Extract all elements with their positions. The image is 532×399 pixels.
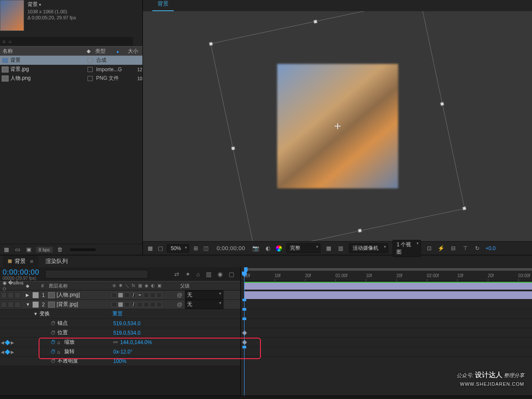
draft-3d-icon[interactable]: ✦ <box>185 271 190 278</box>
layer-name[interactable]: [人物.png] <box>57 291 112 299</box>
grid-icon[interactable]: ▦ <box>325 245 332 252</box>
parent-column[interactable]: 父级 <box>177 283 228 289</box>
property-value[interactable]: 100% <box>113 358 127 364</box>
motion-blur-icon[interactable]: ◉ <box>218 271 223 278</box>
handle-left-mid[interactable] <box>231 146 235 150</box>
project-search-input[interactable] <box>9 39 129 44</box>
keyframe-nav[interactable]: ◀▶ <box>0 338 14 347</box>
keyframe-marker[interactable] <box>242 340 247 345</box>
index-column[interactable]: # <box>38 283 47 288</box>
item-name[interactable]: 背景 <box>10 57 86 64</box>
property-value[interactable]: 519.0,534.0 <box>113 320 140 326</box>
zoom-dropdown[interactable]: 50% <box>167 244 189 253</box>
timeline-tracks[interactable]: 00f10f20f01:00f10f20f02:00f10f20f03:00f … <box>240 267 532 396</box>
layer-duration-bar[interactable] <box>244 282 532 290</box>
roi-icon[interactable]: ◫ <box>202 245 210 252</box>
col-name[interactable]: 名称 <box>0 48 84 55</box>
solo-toggle[interactable] <box>15 292 21 298</box>
quality-dropdown[interactable]: 完整 <box>286 243 320 253</box>
toggle-mask-icon[interactable]: ▢ <box>157 245 164 252</box>
viewer-timecode[interactable]: 0;00;00;00 <box>217 245 245 251</box>
track-row-scale[interactable] <box>241 328 532 338</box>
graph-icon[interactable]: ⩍ <box>57 349 64 354</box>
layer-name-column[interactable]: 图层名称 <box>47 283 112 289</box>
property-value[interactable]: 144.0,144.0% <box>120 339 152 345</box>
col-size[interactable]: 大小 <box>124 48 141 55</box>
new-folder-icon[interactable]: ▭ <box>14 246 21 254</box>
property-opacity[interactable]: ⏱ 不透明度 100% <box>0 357 240 366</box>
stopwatch-icon[interactable]: ⏱ <box>51 330 57 336</box>
av-columns[interactable]: ◉ �айна ◇ <box>0 280 26 291</box>
tab-menu-icon[interactable] <box>28 258 33 265</box>
comp-mini-flowchart-icon[interactable]: ⇄ <box>174 271 179 278</box>
stopwatch-icon[interactable]: ⏱ <box>51 358 57 364</box>
keyframe-marker[interactable] <box>242 330 247 335</box>
toggle-alpha-icon[interactable]: ▦ <box>146 245 154 252</box>
parent-dropdown[interactable]: 无 <box>185 300 224 309</box>
stopwatch-icon[interactable]: ⏱ <box>51 349 57 355</box>
anchor-point-icon[interactable] <box>335 123 341 129</box>
resolution-icon[interactable]: ⊞ <box>192 245 200 252</box>
composition-name[interactable]: 背景 <box>27 1 76 8</box>
shy-icon[interactable]: ⌂ <box>196 271 200 278</box>
project-row[interactable]: 背景.jpg Importe...G 12 <box>0 65 142 74</box>
label-swatch[interactable] <box>33 302 39 308</box>
parent-dropdown[interactable]: 无 <box>185 290 224 299</box>
property-value[interactable]: 519.0,534.0 <box>113 330 140 336</box>
exposure-value[interactable]: +0.0 <box>485 245 496 251</box>
track-row-layer1[interactable] <box>241 281 532 290</box>
col-label-icon[interactable]: ◆ <box>84 48 93 54</box>
timeline-icon[interactable]: ⊟ <box>449 245 457 252</box>
interpret-footage-icon[interactable]: ▦ <box>3 246 10 254</box>
layer-row[interactable]: ▼ 2 [背景.jpg] / @ 无 <box>0 300 240 309</box>
time-ruler[interactable]: 00f10f20f01:00f10f20f02:00f10f20f03:00f <box>241 267 532 281</box>
twirl-icon[interactable]: ▼ <box>26 302 31 307</box>
label-swatch[interactable] <box>33 292 39 298</box>
track-row-rotation[interactable] <box>241 338 532 347</box>
switches-column[interactable]: ⊕✱＼fx▦◉◐▣ <box>112 283 177 288</box>
bit-depth-chip[interactable]: 8 bpc <box>36 247 53 253</box>
frame-blend-icon[interactable]: ▥ <box>206 271 212 278</box>
flowchart-icon[interactable]: ⊤ <box>461 245 469 252</box>
composition-thumbnail[interactable] <box>0 0 24 31</box>
twirl-icon[interactable]: ▼ <box>33 311 39 316</box>
layer-row[interactable]: ▶ 1 [人物.png] /fx @ 无 <box>0 290 240 300</box>
audio-toggle[interactable] <box>8 292 14 298</box>
thumbnail-size-slider[interactable] <box>70 248 96 251</box>
timeline-tab-comp[interactable]: 背景 <box>3 255 39 267</box>
label-swatch[interactable] <box>88 67 93 72</box>
guides-icon[interactable]: ▥ <box>337 245 345 252</box>
reset-link[interactable]: 重置 <box>112 310 123 317</box>
project-table-header[interactable]: 名称 ◆ 类型▲ 大小 <box>0 46 142 56</box>
property-value[interactable]: 0x-12.0° <box>113 349 133 355</box>
property-anchor-point[interactable]: ⏱ 锚点 519.0,534.0 <box>0 319 240 328</box>
property-position[interactable]: ⏱ 位置 519.0,534.0 <box>0 328 240 338</box>
layer-name[interactable]: [背景.jpg] <box>57 301 112 308</box>
stopwatch-icon[interactable]: ⏱ <box>51 320 57 326</box>
item-name[interactable]: 背景.jpg <box>10 66 86 73</box>
channel-icon[interactable]: ◐ <box>264 245 272 252</box>
delete-icon[interactable] <box>56 246 64 254</box>
graph-editor-icon[interactable]: ▢ <box>229 271 234 278</box>
new-comp-icon[interactable]: ▣ <box>25 246 33 254</box>
layer-duration-bar[interactable] <box>244 291 532 299</box>
constrain-proportions-icon[interactable]: ⚯ <box>113 339 118 345</box>
video-toggle[interactable] <box>1 292 7 298</box>
property-scale[interactable]: ⏱ ⩍ 缩放 ⚯ 144.0,144.0% <box>0 338 240 347</box>
col-type[interactable]: 类型▲ <box>93 48 124 55</box>
pickwhip-icon[interactable]: @ <box>177 292 182 298</box>
layer-search-input[interactable] <box>45 270 148 278</box>
handle-right-mid[interactable] <box>440 102 444 106</box>
snapshot-icon[interactable]: 📷 <box>252 245 260 252</box>
work-area-bar[interactable] <box>244 268 532 271</box>
twirl-icon[interactable]: ▶ <box>26 293 31 297</box>
playhead[interactable] <box>244 267 245 396</box>
label-column-icon[interactable]: ◆ <box>26 283 38 289</box>
keyframe-diamond-icon[interactable] <box>5 349 10 355</box>
transform-group[interactable]: ▼ 变换 重置 <box>0 309 240 319</box>
current-timecode[interactable]: 0;00;00;00 <box>3 268 39 277</box>
project-row[interactable]: 背景 合成 <box>0 56 142 65</box>
label-swatch[interactable] <box>88 76 93 81</box>
keyframe-diamond-icon[interactable] <box>5 340 10 345</box>
label-swatch[interactable] <box>88 58 93 63</box>
